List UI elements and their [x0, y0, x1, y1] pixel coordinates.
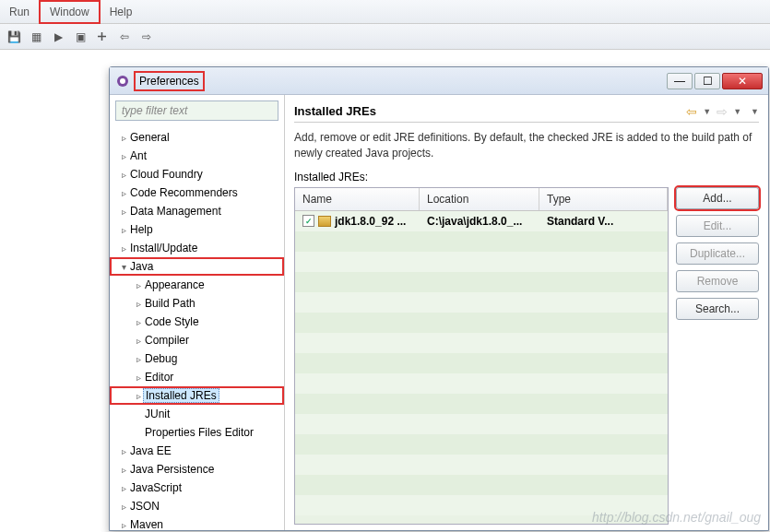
svg-point-1: [120, 78, 125, 84]
tree-item[interactable]: Properties Files Editor: [110, 423, 284, 442]
back-arrow-icon[interactable]: ⇦: [686, 104, 697, 119]
tree-item[interactable]: ▹Build Path: [110, 294, 284, 313]
forward-icon[interactable]: ⇨: [138, 29, 155, 45]
tree-label: Compiler: [143, 334, 189, 347]
tree-item[interactable]: ▹Compiler: [110, 331, 284, 349]
titlebar: Preferences — ☐ ✕: [110, 67, 768, 95]
menu-help[interactable]: Help: [101, 2, 142, 22]
arrow-right-icon[interactable]: ▹: [119, 465, 128, 475]
arrow-right-icon[interactable]: ▹: [134, 354, 143, 364]
tree-item[interactable]: ▹Data Management: [110, 202, 284, 220]
arrow-right-icon[interactable]: ▹: [119, 133, 128, 143]
tree-item[interactable]: ▹Appearance: [110, 276, 284, 294]
tree-item[interactable]: ▹Java Persistence: [110, 460, 284, 479]
tree-item[interactable]: ▹Ant: [110, 147, 284, 165]
table-label: Installed JREs:: [294, 171, 759, 183]
tree-item[interactable]: ▹Cloud Foundry: [110, 165, 284, 183]
arrow-right-icon[interactable]: ▹: [119, 207, 128, 217]
button-column: Add... Edit... Duplicate... Remove Searc…: [676, 187, 759, 525]
arrow-right-icon[interactable]: ▹: [134, 280, 143, 290]
tree-item[interactable]: JUnit: [110, 405, 284, 423]
new-icon[interactable]: 🞢: [94, 29, 111, 45]
nav-arrows: ⇦ ▼ ⇨ ▼ ▼: [686, 104, 759, 119]
search-button[interactable]: Search...: [676, 298, 759, 320]
arrow-right-icon[interactable]: ▹: [119, 483, 128, 493]
tree-item[interactable]: ▹Debug: [110, 349, 284, 368]
minimize-button[interactable]: —: [667, 73, 693, 89]
jre-icon: [318, 216, 331, 227]
row-name: jdk1.8.0_92 ...: [335, 215, 406, 228]
arrow-right-icon[interactable]: ▹: [119, 188, 128, 198]
arrow-right-icon[interactable]: ▹: [134, 372, 143, 383]
preferences-tree[interactable]: ▹General▹Ant▹Cloud Foundry▹Code Recommen…: [110, 126, 284, 530]
tree-label: Code Recommenders: [128, 186, 238, 199]
tree-label: JavaScript: [128, 481, 182, 494]
edit-button[interactable]: Edit...: [676, 215, 759, 237]
tree-item[interactable]: ▹Installed JREs: [110, 386, 284, 405]
tree-item[interactable]: ▹Maven: [110, 515, 284, 530]
back-icon[interactable]: ⇦: [116, 29, 133, 45]
tree-item[interactable]: ▾Java: [110, 257, 284, 276]
col-name[interactable]: Name: [295, 188, 420, 210]
dialog-title: Preferences: [134, 71, 205, 91]
tree-label: Java EE: [128, 444, 172, 457]
arrow-right-icon[interactable]: ▹: [134, 299, 143, 309]
toggle-icon[interactable]: ▦: [28, 29, 44, 45]
tree-label: Editor: [143, 371, 173, 384]
tree-item[interactable]: ▹Install/Update: [110, 239, 284, 257]
tree-label: Appearance: [143, 278, 205, 291]
menu-window[interactable]: Window: [39, 0, 101, 24]
tree-item[interactable]: ▹Code Style: [110, 313, 284, 331]
tree-item[interactable]: ▹Help: [110, 220, 284, 239]
tree-item[interactable]: ▹Java EE: [110, 442, 284, 460]
jre-table[interactable]: Name Location Type ✓ jdk1.8.0_92 ... C:\…: [294, 187, 669, 525]
arrow-right-icon[interactable]: ▹: [119, 520, 128, 530]
tree-item[interactable]: ▹Code Recommenders: [110, 183, 284, 202]
add-button[interactable]: Add...: [676, 187, 759, 209]
tree-label: Install/Update: [128, 242, 197, 254]
view-menu-icon[interactable]: ▼: [751, 107, 759, 116]
package-icon[interactable]: ▣: [72, 29, 89, 45]
tree-label: Help: [128, 223, 153, 236]
tree-item[interactable]: ▹JSON: [110, 497, 284, 515]
forward-arrow-icon[interactable]: ⇨: [717, 104, 728, 119]
close-button[interactable]: ✕: [722, 73, 763, 89]
play-icon[interactable]: ▶: [50, 29, 66, 45]
col-location[interactable]: Location: [420, 188, 539, 210]
tree-label: Java: [128, 260, 153, 273]
tree-label: Maven: [128, 518, 163, 530]
table-body: ✓ jdk1.8.0_92 ... C:\java\jdk1.8.0_... S…: [295, 211, 668, 524]
arrow-right-icon[interactable]: ▹: [119, 446, 128, 456]
save-icon[interactable]: 💾: [6, 29, 22, 45]
tree-label: Properties Files Editor: [143, 426, 254, 439]
tree-label: Ant: [128, 149, 147, 162]
tree-label: Cloud Foundry: [128, 168, 203, 181]
arrow-down-icon[interactable]: ▾: [119, 262, 128, 272]
arrow-right-icon[interactable]: ▹: [119, 170, 128, 180]
checkbox-icon[interactable]: ✓: [302, 215, 314, 227]
tree-item[interactable]: ▹JavaScript: [110, 479, 284, 497]
arrow-right-icon[interactable]: ▹: [134, 336, 143, 346]
arrow-right-icon[interactable]: ▹: [119, 225, 128, 235]
menu-run[interactable]: Run: [0, 2, 39, 22]
duplicate-button[interactable]: Duplicate...: [676, 242, 759, 265]
arrow-right-icon[interactable]: ▹: [119, 243, 128, 254]
table-row[interactable]: ✓ jdk1.8.0_92 ... C:\java\jdk1.8.0_... S…: [295, 211, 668, 231]
row-type: Standard V...: [539, 215, 668, 228]
arrow-right-icon[interactable]: ▹: [134, 391, 143, 401]
arrow-right-icon[interactable]: ▹: [134, 317, 143, 327]
arrow-right-icon[interactable]: ▹: [119, 151, 128, 161]
tree-item[interactable]: ▹Editor: [110, 368, 284, 386]
filter-input[interactable]: type filter text: [115, 100, 278, 121]
tree-item[interactable]: ▹General: [110, 128, 284, 147]
tree-label: JUnit: [143, 408, 170, 420]
maximize-button[interactable]: ☐: [694, 73, 720, 89]
col-type[interactable]: Type: [539, 188, 668, 210]
tree-label: Code Style: [143, 315, 199, 328]
remove-button[interactable]: Remove: [676, 270, 759, 292]
forward-arrow-menu[interactable]: ▼: [733, 107, 741, 116]
tree-label: JSON: [128, 500, 160, 513]
back-arrow-menu[interactable]: ▼: [703, 107, 711, 116]
arrow-right-icon[interactable]: ▹: [119, 502, 128, 512]
tree-label: Build Path: [143, 297, 195, 310]
